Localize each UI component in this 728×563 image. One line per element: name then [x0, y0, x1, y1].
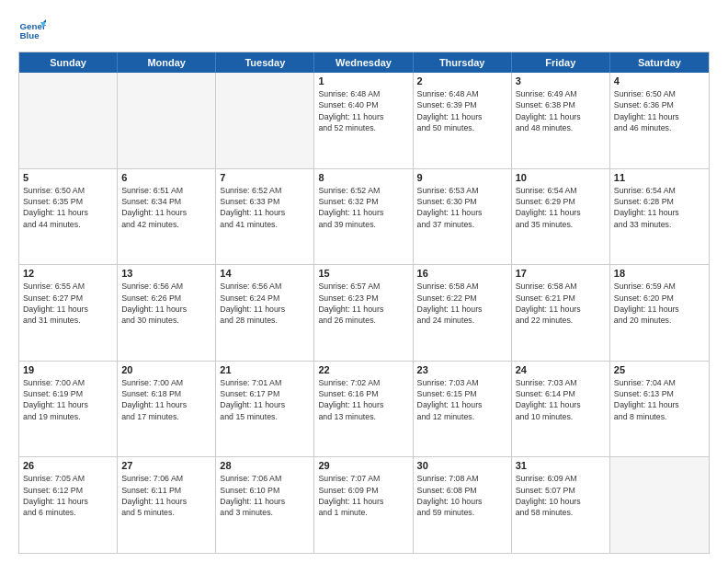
- day-number: 17: [516, 268, 606, 279]
- cell-info: Sunrise: 7:06 AM Sunset: 6:10 PM Dayligh…: [220, 473, 310, 518]
- cell-info: Sunrise: 6:50 AM Sunset: 6:35 PM Dayligh…: [23, 185, 113, 230]
- calendar-cell: 8Sunrise: 6:52 AM Sunset: 6:32 PM Daylig…: [314, 169, 413, 265]
- calendar-cell: 21Sunrise: 7:01 AM Sunset: 6:17 PM Dayli…: [216, 362, 314, 457]
- calendar-cell: 16Sunrise: 6:58 AM Sunset: 6:22 PM Dayli…: [414, 265, 512, 361]
- day-number: 22: [318, 364, 408, 375]
- calendar-cell: 20Sunrise: 7:00 AM Sunset: 6:18 PM Dayli…: [118, 362, 216, 457]
- day-number: 21: [220, 364, 310, 375]
- day-number: 19: [23, 364, 113, 375]
- calendar-cell: 7Sunrise: 6:52 AM Sunset: 6:33 PM Daylig…: [216, 169, 314, 265]
- weekday-header: Thursday: [414, 52, 512, 73]
- cell-info: Sunrise: 6:50 AM Sunset: 6:36 PM Dayligh…: [614, 88, 705, 133]
- calendar-cell: 18Sunrise: 6:59 AM Sunset: 6:20 PM Dayli…: [610, 265, 709, 361]
- calendar-cell: 19Sunrise: 7:00 AM Sunset: 6:19 PM Dayli…: [19, 362, 118, 457]
- weekday-header: Tuesday: [216, 52, 314, 73]
- svg-text:Blue: Blue: [20, 30, 40, 40]
- logo: General Blue: [18, 17, 46, 44]
- weekday-header: Saturday: [610, 52, 709, 73]
- calendar: SundayMondayTuesdayWednesdayThursdayFrid…: [18, 52, 710, 554]
- calendar-cell: [19, 73, 118, 168]
- calendar-header: SundayMondayTuesdayWednesdayThursdayFrid…: [19, 52, 709, 73]
- cell-info: Sunrise: 7:01 AM Sunset: 6:17 PM Dayligh…: [220, 377, 310, 422]
- day-number: 18: [614, 268, 705, 279]
- day-number: 1: [318, 75, 408, 86]
- calendar-cell: 10Sunrise: 6:54 AM Sunset: 6:29 PM Dayli…: [512, 169, 610, 265]
- day-number: 23: [417, 364, 507, 375]
- day-number: 30: [417, 460, 507, 471]
- calendar-row: 26Sunrise: 7:05 AM Sunset: 6:12 PM Dayli…: [19, 457, 709, 553]
- cell-info: Sunrise: 7:05 AM Sunset: 6:12 PM Dayligh…: [23, 473, 113, 518]
- cell-info: Sunrise: 6:59 AM Sunset: 6:20 PM Dayligh…: [614, 281, 705, 326]
- day-number: 11: [614, 172, 705, 183]
- calendar-cell: 2Sunrise: 6:48 AM Sunset: 6:39 PM Daylig…: [414, 73, 512, 168]
- calendar-cell: 31Sunrise: 6:09 AM Sunset: 5:07 PM Dayli…: [512, 457, 610, 553]
- day-number: 16: [417, 268, 507, 279]
- calendar-row: 5Sunrise: 6:50 AM Sunset: 6:35 PM Daylig…: [19, 169, 709, 266]
- day-number: 3: [516, 75, 606, 86]
- day-number: 6: [121, 172, 211, 183]
- day-number: 8: [318, 172, 408, 183]
- day-number: 12: [23, 268, 113, 279]
- calendar-cell: 17Sunrise: 6:58 AM Sunset: 6:21 PM Dayli…: [512, 265, 610, 361]
- day-number: 24: [516, 364, 606, 375]
- calendar-cell: 1Sunrise: 6:48 AM Sunset: 6:40 PM Daylig…: [314, 73, 413, 168]
- day-number: 29: [318, 460, 408, 471]
- calendar-row: 1Sunrise: 6:48 AM Sunset: 6:40 PM Daylig…: [19, 73, 709, 169]
- day-number: 31: [516, 460, 606, 471]
- calendar-cell: 9Sunrise: 6:53 AM Sunset: 6:30 PM Daylig…: [414, 169, 512, 265]
- cell-info: Sunrise: 7:07 AM Sunset: 6:09 PM Dayligh…: [318, 473, 408, 518]
- cell-info: Sunrise: 6:52 AM Sunset: 6:33 PM Dayligh…: [220, 185, 310, 230]
- cell-info: Sunrise: 6:48 AM Sunset: 6:39 PM Dayligh…: [417, 88, 507, 133]
- calendar-cell: 6Sunrise: 6:51 AM Sunset: 6:34 PM Daylig…: [118, 169, 216, 265]
- calendar-cell: [610, 457, 709, 553]
- cell-info: Sunrise: 7:08 AM Sunset: 6:08 PM Dayligh…: [417, 473, 507, 518]
- day-number: 10: [516, 172, 606, 183]
- cell-info: Sunrise: 7:03 AM Sunset: 6:14 PM Dayligh…: [516, 377, 606, 422]
- calendar-cell: 26Sunrise: 7:05 AM Sunset: 6:12 PM Dayli…: [19, 457, 118, 553]
- calendar-cell: 28Sunrise: 7:06 AM Sunset: 6:10 PM Dayli…: [216, 457, 314, 553]
- cell-info: Sunrise: 7:02 AM Sunset: 6:16 PM Dayligh…: [318, 377, 408, 422]
- cell-info: Sunrise: 6:48 AM Sunset: 6:40 PM Dayligh…: [318, 88, 408, 133]
- calendar-cell: 25Sunrise: 7:04 AM Sunset: 6:13 PM Dayli…: [610, 362, 709, 457]
- calendar-cell: [118, 73, 216, 168]
- cell-info: Sunrise: 7:06 AM Sunset: 6:11 PM Dayligh…: [121, 473, 211, 518]
- day-number: 9: [417, 172, 507, 183]
- weekday-header: Wednesday: [314, 52, 413, 73]
- cell-info: Sunrise: 7:00 AM Sunset: 6:18 PM Dayligh…: [121, 377, 211, 422]
- day-number: 14: [220, 268, 310, 279]
- day-number: 27: [121, 460, 211, 471]
- calendar-cell: 27Sunrise: 7:06 AM Sunset: 6:11 PM Dayli…: [118, 457, 216, 553]
- cell-info: Sunrise: 6:56 AM Sunset: 6:26 PM Dayligh…: [121, 281, 211, 326]
- cell-info: Sunrise: 6:58 AM Sunset: 6:22 PM Dayligh…: [417, 281, 507, 326]
- day-number: 25: [614, 364, 705, 375]
- calendar-cell: 23Sunrise: 7:03 AM Sunset: 6:15 PM Dayli…: [414, 362, 512, 457]
- page-header: General Blue: [18, 17, 710, 44]
- day-number: 5: [23, 172, 113, 183]
- calendar-body: 1Sunrise: 6:48 AM Sunset: 6:40 PM Daylig…: [19, 73, 709, 553]
- cell-info: Sunrise: 6:55 AM Sunset: 6:27 PM Dayligh…: [23, 281, 113, 326]
- calendar-cell: 14Sunrise: 6:56 AM Sunset: 6:24 PM Dayli…: [216, 265, 314, 361]
- cell-info: Sunrise: 7:03 AM Sunset: 6:15 PM Dayligh…: [417, 377, 507, 422]
- weekday-header: Sunday: [19, 52, 118, 73]
- calendar-cell: 29Sunrise: 7:07 AM Sunset: 6:09 PM Dayli…: [314, 457, 413, 553]
- cell-info: Sunrise: 7:00 AM Sunset: 6:19 PM Dayligh…: [23, 377, 113, 422]
- cell-info: Sunrise: 6:49 AM Sunset: 6:38 PM Dayligh…: [516, 88, 606, 133]
- calendar-cell: 3Sunrise: 6:49 AM Sunset: 6:38 PM Daylig…: [512, 73, 610, 168]
- day-number: 15: [318, 268, 408, 279]
- calendar-cell: 30Sunrise: 7:08 AM Sunset: 6:08 PM Dayli…: [414, 457, 512, 553]
- logo-icon: General Blue: [18, 17, 46, 44]
- weekday-header: Monday: [118, 52, 216, 73]
- cell-info: Sunrise: 6:51 AM Sunset: 6:34 PM Dayligh…: [121, 185, 211, 230]
- day-number: 26: [23, 460, 113, 471]
- calendar-cell: 5Sunrise: 6:50 AM Sunset: 6:35 PM Daylig…: [19, 169, 118, 265]
- day-number: 4: [614, 75, 705, 86]
- day-number: 7: [220, 172, 310, 183]
- cell-info: Sunrise: 7:04 AM Sunset: 6:13 PM Dayligh…: [614, 377, 705, 422]
- cell-info: Sunrise: 6:09 AM Sunset: 5:07 PM Dayligh…: [516, 473, 606, 518]
- calendar-cell: 15Sunrise: 6:57 AM Sunset: 6:23 PM Dayli…: [314, 265, 413, 361]
- cell-info: Sunrise: 6:54 AM Sunset: 6:28 PM Dayligh…: [614, 185, 705, 230]
- calendar-row: 12Sunrise: 6:55 AM Sunset: 6:27 PM Dayli…: [19, 265, 709, 362]
- cell-info: Sunrise: 6:52 AM Sunset: 6:32 PM Dayligh…: [318, 185, 408, 230]
- cell-info: Sunrise: 6:58 AM Sunset: 6:21 PM Dayligh…: [516, 281, 606, 326]
- calendar-cell: 12Sunrise: 6:55 AM Sunset: 6:27 PM Dayli…: [19, 265, 118, 361]
